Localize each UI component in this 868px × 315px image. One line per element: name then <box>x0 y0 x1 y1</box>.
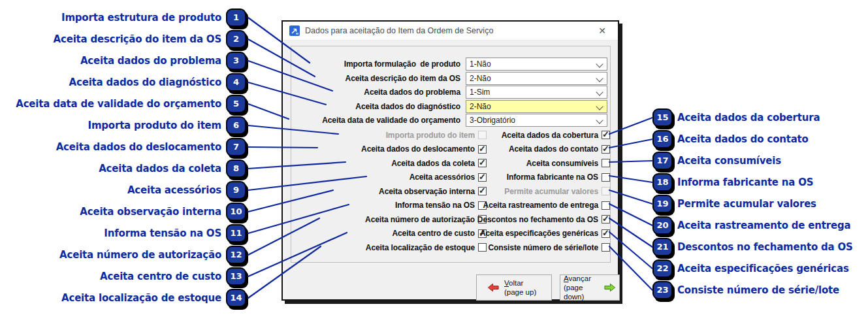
checkbox <box>602 187 610 195</box>
callout-badge: 22 <box>652 259 673 278</box>
dropdown-validade-orcamento[interactable]: 3-Obrigatório <box>466 114 607 127</box>
callout-label: Importa estrutura de produto <box>61 12 221 24</box>
dropdown-dados-diagnostico[interactable]: 2-Não <box>466 100 607 113</box>
callout-label: Permite acumular valores <box>677 198 816 210</box>
button-text: Avançar (page down) <box>564 274 600 301</box>
callout-right-23: 23Consiste número de série/lote <box>652 279 868 301</box>
callout-badge: 2 <box>226 30 246 48</box>
callout-left-14: Aceita localização de estoque14 <box>0 287 246 308</box>
callout-left-4: Aceita dados do diagnóstico4 <box>0 71 246 93</box>
callout-badge: 6 <box>226 116 246 135</box>
callout-badge: 13 <box>226 267 246 286</box>
callout-label: Aceita rastreamento de entrega <box>677 220 850 231</box>
avancar-button[interactable]: Avançar (page down) <box>560 274 620 301</box>
callout-label: Aceita data de validade do orçamento <box>16 98 221 110</box>
field-label: Importa formulação de produto <box>292 58 460 71</box>
checkbox-label: Aceita dados do contato <box>509 144 598 154</box>
checkbox-label: Aceita dados da cobertura <box>502 131 598 140</box>
callout-left-1: Importa estrutura de produto1 <box>0 7 246 28</box>
checkbox[interactable] <box>602 145 610 154</box>
field-label: Aceita dados do problema <box>292 86 460 99</box>
callout-badge: 10 <box>226 203 246 221</box>
checkbox-label: Aceita consumíveis <box>526 159 598 168</box>
chevron-down-icon <box>596 116 603 124</box>
dropdown-value: 2-Não <box>470 102 491 111</box>
next-arrow-icon <box>603 282 616 293</box>
callout-left-6: Importa produto do item6 <box>0 114 246 136</box>
chevron-down-icon <box>596 103 603 110</box>
callout-badge: 20 <box>652 216 673 235</box>
callout-right-20: 20Aceita rastreamento de entrega <box>652 214 868 236</box>
callout-label: Aceita número de autorização <box>59 249 221 261</box>
callout-left-3: Aceita dados do problema3 <box>0 50 246 71</box>
checkbox[interactable] <box>602 229 610 238</box>
callout-left-13: Aceita centro de custo13 <box>0 265 246 287</box>
callout-label: Aceita dados do deslocamento <box>56 141 221 153</box>
checkbox[interactable] <box>602 131 610 139</box>
dropdown-value: 2-Não <box>470 74 491 83</box>
checkbox-row: Permite acumular valores <box>417 184 610 199</box>
checkbox-label: Aceita especificações genéricas <box>480 229 598 238</box>
dropdown-value: 3-Obrigatório <box>470 116 515 125</box>
callout-label: Consiste número de série/lote <box>677 284 839 296</box>
checkbox-row: Aceita especificações genéricas <box>417 227 610 241</box>
chevron-down-icon <box>596 75 603 82</box>
callout-left-8: Aceita dados da coleta8 <box>0 158 246 179</box>
field-label: Aceita dados do diagnóstico <box>292 100 460 113</box>
callout-label: Aceita consumíveis <box>677 155 781 167</box>
callout-badge: 14 <box>226 289 246 307</box>
voltar-button[interactable]: Voltar (page up) <box>476 274 552 301</box>
dropdown-importa-formulacao[interactable]: 1-Não <box>466 58 607 71</box>
callout-label: Aceita observação interna <box>80 206 221 218</box>
callout-right-21: 21Descontos no fechamento da OS <box>652 236 868 257</box>
chevron-down-icon <box>596 60 603 67</box>
callout-badge: 5 <box>226 95 246 113</box>
callout-right-22: 22Aceita especificações genéricas <box>652 257 868 279</box>
callout-label: Aceita dados da coleta <box>99 163 221 174</box>
checkbox[interactable] <box>602 215 610 224</box>
callout-left-11: Informa tensão na OS11 <box>0 222 246 244</box>
callout-badge: 21 <box>652 238 673 256</box>
checkbox-label: Aceita rastreamento de entrega <box>483 201 598 210</box>
checkbox[interactable] <box>602 173 610 182</box>
callout-badge: 7 <box>226 138 246 156</box>
checkbox[interactable] <box>602 159 610 167</box>
callout-right-15: 15Aceita dados da cobertura <box>652 107 868 128</box>
callout-right-18: 18Informa fabricante na OS <box>652 171 868 193</box>
title-bar: Dados para aceitação do Item da Ordem de… <box>283 22 618 41</box>
checkbox-column-right: Aceita dados da cobertura Aceita dados d… <box>417 128 610 255</box>
close-icon[interactable]: ✕ <box>593 25 611 36</box>
checkbox[interactable] <box>602 201 610 210</box>
checkbox-row: Informa fabricante na OS <box>417 171 610 185</box>
callout-column-left: Importa estrutura de produto1 Aceita des… <box>0 7 246 308</box>
field-row: Aceita descrição do item da OS 2-Não <box>283 72 618 85</box>
field-row: Aceita dados do problema 1-Sim <box>283 86 618 99</box>
callout-badge: 15 <box>652 108 673 127</box>
callout-badge: 19 <box>652 195 673 213</box>
button-text: Voltar (page up) <box>504 278 536 297</box>
checkbox-label: Descontos no fechamento da OS <box>477 215 598 224</box>
screenshot-canvas: Importa estrutura de produto1 Aceita des… <box>0 0 868 315</box>
callout-label: Aceita centro de custo <box>100 271 221 282</box>
callout-badge: 12 <box>226 246 246 264</box>
dropdown-dados-problema[interactable]: 1-Sim <box>466 86 607 99</box>
dropdown-value: 1-Não <box>470 59 491 69</box>
callout-badge: 16 <box>652 130 673 148</box>
checkbox-label: Informa fabricante na OS <box>507 173 598 182</box>
checkbox-row: Aceita rastreamento de entrega <box>417 199 610 213</box>
dropdown-aceita-descricao[interactable]: 2-Não <box>466 72 607 85</box>
checkbox[interactable] <box>602 243 610 252</box>
callout-column-right: 15Aceita dados da cobertura 16Aceita dad… <box>652 107 868 301</box>
checkbox-row: Aceita consumíveis <box>417 156 610 171</box>
checkbox-row: Aceita dados do contato <box>417 142 610 157</box>
callout-label: Descontos no fechamento da OS <box>677 241 853 253</box>
checkbox-row: Consiste número de série/lote <box>417 240 610 255</box>
callout-badge: 4 <box>226 73 246 91</box>
checkbox-label: Consiste número de série/lote <box>489 243 598 252</box>
field-label: Aceita descrição do item da OS <box>292 72 460 85</box>
field-row: Aceita dados do diagnóstico 2-Não <box>283 100 618 113</box>
field-row: Aceita data de validade do orçamento 3-O… <box>283 114 618 127</box>
checkbox-row: Descontos no fechamento da OS <box>417 212 610 227</box>
callout-left-12: Aceita número de autorização12 <box>0 244 246 265</box>
callout-label: Aceita dados do diagnóstico <box>69 76 221 88</box>
